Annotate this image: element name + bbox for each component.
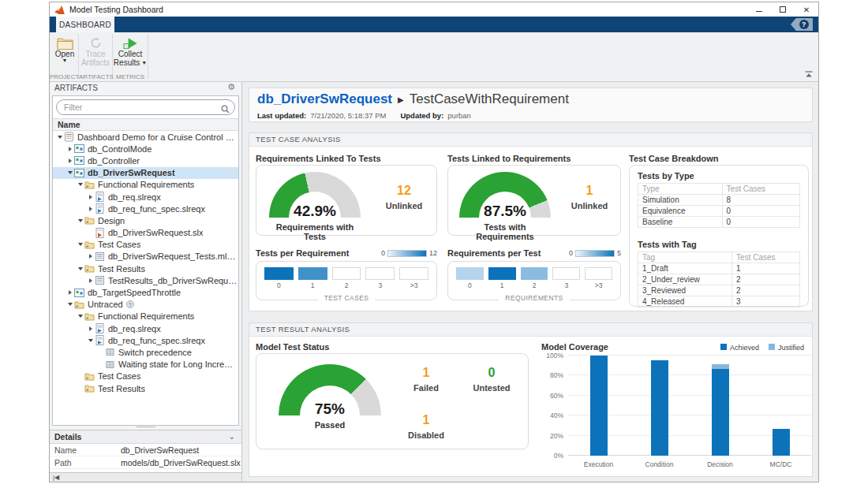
disabled-stat: 1 Disabled <box>398 413 454 440</box>
tree-item-label: db_TargetSpeedThrottle <box>88 288 181 297</box>
gauge-label: Passed <box>279 420 381 430</box>
horizontal-scrollbar[interactable]: |◀ <box>50 472 241 482</box>
histogram-tick-label: 3 <box>552 281 580 289</box>
chevron-collapsed-icon[interactable] <box>66 158 74 163</box>
toolbar-separator <box>148 34 148 79</box>
tree-item[interactable]: Waiting state for Long Increment s... <box>53 359 238 371</box>
chevron-expanded-icon[interactable] <box>66 303 74 306</box>
histogram-tick-label: 2 <box>332 281 361 289</box>
tree-item[interactable]: db_TargetSpeedThrottle <box>53 286 238 298</box>
refresh-icon <box>89 35 103 50</box>
histogram-bin <box>399 267 428 280</box>
chevron-expanded-icon[interactable] <box>77 315 84 318</box>
panel-splitter-handle[interactable] <box>137 427 155 429</box>
chevron-expanded-icon[interactable] <box>87 339 95 342</box>
name-column-header[interactable]: Name <box>53 118 238 131</box>
tree-item[interactable]: db_DriverSwRequest.slx <box>53 227 238 239</box>
hist-x-axis-label: REQUIREMENTS <box>448 289 620 304</box>
chevron-collapsed-icon[interactable] <box>66 290 74 295</box>
tests-per-requirement-header: Tests per Requirement 0 12 <box>256 248 437 258</box>
collapse-ribbon-button[interactable] <box>804 67 814 81</box>
chevron-expanded-icon[interactable] <box>77 183 84 186</box>
tree-item[interactable]: Test Results <box>53 263 238 274</box>
table-row: 2_Under_review2 <box>638 274 800 285</box>
tree-item[interactable]: db_req_func_spec.slreqx <box>53 334 238 346</box>
chevron-expanded-icon[interactable] <box>77 243 84 246</box>
griditem-icon <box>105 359 117 370</box>
chevron-collapsed-icon[interactable] <box>87 278 95 283</box>
coverage-bar-achieved <box>773 429 790 456</box>
req-icon <box>95 335 107 345</box>
filter-input[interactable] <box>56 99 235 115</box>
tab-dashboard[interactable]: DASHBOARD <box>56 17 114 32</box>
y-tick-label: 0% <box>554 452 563 460</box>
req-icon <box>95 192 107 202</box>
help-button[interactable]: ? <box>791 18 813 31</box>
tree-item[interactable]: Test Cases <box>53 371 238 382</box>
tree-item[interactable]: db_Controller <box>53 155 238 166</box>
histogram-tick-label: 1 <box>488 281 516 289</box>
trace-artifacts-button[interactable]: Trace Artifacts <box>80 35 110 70</box>
tree-item[interactable]: db_req.slreqx <box>53 191 238 203</box>
chevron-expanded-icon[interactable] <box>66 171 74 174</box>
tree-item[interactable]: Untraced? <box>53 299 238 311</box>
unlinked-stat: 12 Unlinked <box>376 184 432 210</box>
chevron-collapsed-icon[interactable] <box>66 147 74 151</box>
tree-item[interactable]: Functional Requirements <box>53 311 238 322</box>
tree-item[interactable]: Dashboard Demo for a Cruise Control Mode… <box>53 131 238 143</box>
group-label-artifacts: ARTIFACTS <box>79 73 112 80</box>
close-button[interactable]: ✕ <box>795 2 818 17</box>
histogram-bin <box>365 267 395 280</box>
achieved-swatch-icon <box>720 344 727 350</box>
chevron-collapsed-icon[interactable] <box>87 326 95 331</box>
tree-item[interactable]: TestResults_db_DriverSwRequest_Test... <box>53 274 238 286</box>
tree-item-label: db_ControlMode <box>88 144 152 154</box>
tree-item[interactable]: Test Cases <box>53 239 238 251</box>
coverage-bar-achieved <box>651 360 668 456</box>
chevron-expanded-icon[interactable] <box>77 219 84 222</box>
tree-item-label: db_Controller <box>88 156 140 166</box>
chevron-collapsed-icon[interactable] <box>87 207 95 211</box>
artifacts-panel-title: ARTIFACTS <box>54 84 98 92</box>
gauge-label: Tests with Requirements <box>459 222 551 241</box>
hist-colorbar-legend: 0 5 <box>569 249 621 257</box>
dashboard-header: db_DriverSwRequest ▶ TestCaseWithRequire… <box>249 88 813 122</box>
requirements-with-tests-gauge: 42.9% <box>269 172 361 218</box>
chevron-collapsed-icon[interactable] <box>87 254 95 259</box>
tree-item-label: Design <box>98 216 125 225</box>
tree-item[interactable]: db_DriverSwRequest_Tests.mldatx <box>53 251 238 263</box>
tree-item-label: db_req.slreqx <box>108 324 161 333</box>
tree-item[interactable]: Test Results <box>53 382 238 394</box>
workspace: ARTIFACTS ⚙ Name Dashboard Demo for a Cr… <box>50 82 818 482</box>
tests-by-type-title: Tests by Type <box>638 171 694 181</box>
info-badge-icon: ? <box>126 300 134 308</box>
tree-item[interactable]: db_DriverSwRequest <box>53 167 238 179</box>
breadcrumb-view-name: TestCaseWithRequirement <box>410 91 569 107</box>
details-header[interactable]: Details ⌄ <box>50 430 241 444</box>
open-button[interactable]: Open ▼ <box>53 35 77 70</box>
tree-item[interactable]: Design <box>53 214 238 226</box>
chevron-expanded-icon[interactable] <box>77 267 84 270</box>
req-icon <box>95 323 107 333</box>
folder-icon <box>84 263 96 274</box>
breadcrumb-model-link[interactable]: db_DriverSwRequest <box>257 91 392 107</box>
minimize-button[interactable] <box>747 2 771 17</box>
gear-icon[interactable]: ⚙ <box>227 82 235 92</box>
model-icon <box>74 168 86 178</box>
chevron-expanded-icon[interactable] <box>56 136 64 139</box>
tree-item[interactable]: Switch precedence <box>53 346 238 358</box>
dashboard-panel: db_DriverSwRequest ▶ TestCaseWithRequire… <box>242 82 818 482</box>
matlab-logo-icon <box>54 6 65 14</box>
tree-item[interactable]: Functional Requirements <box>53 179 238 191</box>
tree-item[interactable]: db_ControlMode <box>53 143 238 155</box>
chevron-collapsed-icon[interactable] <box>87 195 95 199</box>
tree-item[interactable]: db_req_func_spec.slreqx <box>53 203 238 214</box>
tree-item-label: Functional Requirements <box>98 180 194 189</box>
section-header: TEST RESULT ANALYSIS <box>249 323 812 337</box>
collect-results-button[interactable]: Collect Results ▼ <box>114 35 146 70</box>
coverage-plot <box>568 356 811 456</box>
maximize-button[interactable] <box>771 2 795 17</box>
tree-item[interactable]: db_req.slreqx <box>53 322 238 334</box>
coverage-y-axis: 0%20%40%60%80%100% <box>535 356 563 456</box>
table-row: Baseline0 <box>638 217 800 228</box>
